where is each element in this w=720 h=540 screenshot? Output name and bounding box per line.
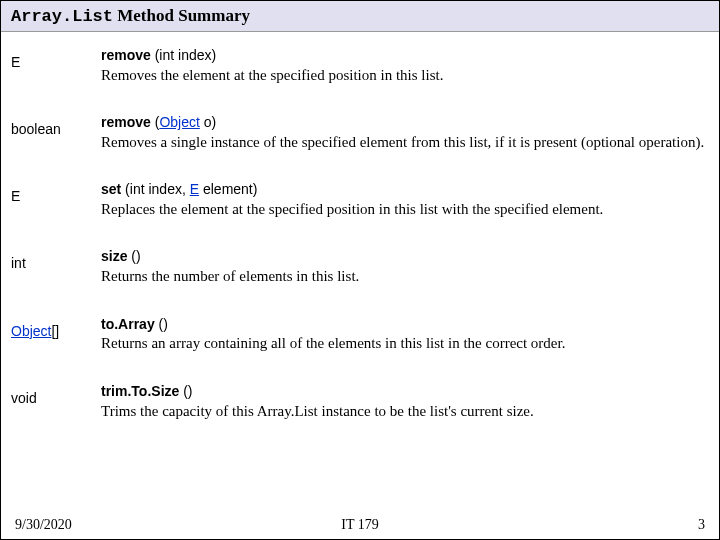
method-text: Trims the capacity of this Array.List in… — [101, 401, 709, 421]
method-text: Removes the element at the specified pos… — [101, 65, 709, 85]
method-text: Returns an array containing all of the e… — [101, 333, 709, 353]
method-desc: to.Array () Returns an array containing … — [101, 315, 709, 354]
return-type: E — [11, 46, 101, 70]
footer: 9/30/2020 IT 179 3 — [1, 517, 719, 533]
method-desc: remove (int index) Removes the element a… — [101, 46, 709, 85]
method-desc: remove (Object o) Removes a single insta… — [101, 113, 709, 152]
footer-date: 9/30/2020 — [15, 517, 72, 533]
method-sig: size () — [101, 247, 709, 266]
method-desc: size () Returns the number of elements i… — [101, 247, 709, 286]
return-type: int — [11, 247, 101, 271]
method-row: boolean remove (Object o) Removes a sing… — [1, 99, 719, 166]
title-bar: Array.List Method Summary — [1, 1, 719, 32]
method-desc: trim.To.Size () Trims the capacity of th… — [101, 382, 709, 421]
method-sig: remove (Object o) — [101, 113, 709, 132]
method-desc: set (int index, E element) Replaces the … — [101, 180, 709, 219]
method-text: Removes a single instance of the specifi… — [101, 132, 709, 152]
return-type: E — [11, 180, 101, 204]
method-sig: remove (int index) — [101, 46, 709, 65]
method-row: Object[] to.Array () Returns an array co… — [1, 301, 719, 368]
method-text: Returns the number of elements in this l… — [101, 266, 709, 286]
method-table: E remove (int index) Removes the element… — [1, 32, 719, 435]
method-row: E set (int index, E element) Replaces th… — [1, 166, 719, 233]
return-type: void — [11, 382, 101, 406]
method-sig: to.Array () — [101, 315, 709, 334]
return-type: boolean — [11, 113, 101, 137]
title-suffix: Method Summary — [113, 6, 250, 25]
method-text: Replaces the element at the specified po… — [101, 199, 709, 219]
method-sig: trim.To.Size () — [101, 382, 709, 401]
method-row: int size () Returns the number of elemen… — [1, 233, 719, 300]
method-sig: set (int index, E element) — [101, 180, 709, 199]
return-type: Object[] — [11, 315, 101, 339]
method-row: void trim.To.Size () Trims the capacity … — [1, 368, 719, 435]
return-type-link[interactable]: Object — [11, 323, 51, 339]
footer-course: IT 179 — [341, 517, 378, 533]
method-row: E remove (int index) Removes the element… — [1, 32, 719, 99]
title-classname: Array.List — [11, 7, 113, 26]
footer-page: 3 — [698, 517, 705, 533]
